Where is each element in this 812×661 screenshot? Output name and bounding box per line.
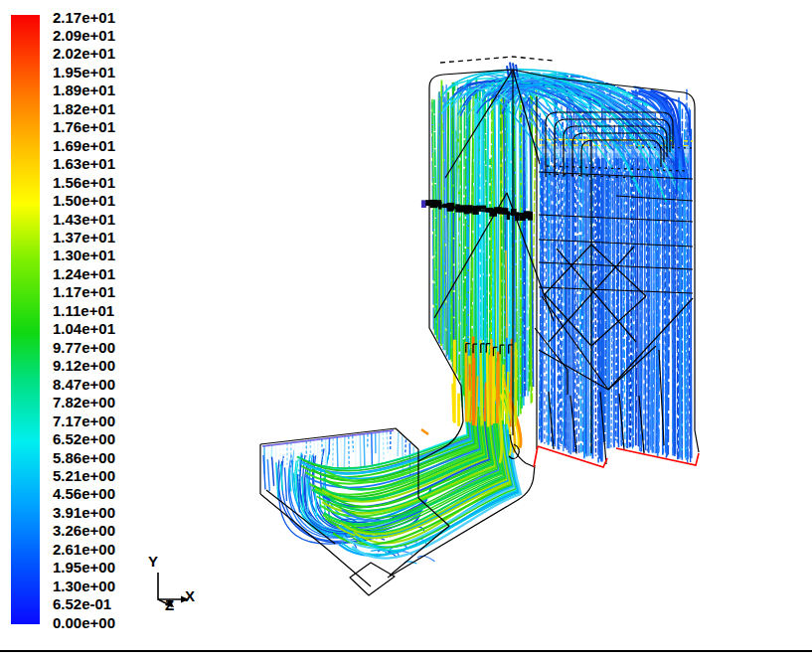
- colorbar-tick: 2.09e+01: [53, 27, 115, 45]
- colorbar-tick: 7.17e+00: [53, 413, 115, 430]
- colorbar-tick: 3.26e+00: [53, 522, 115, 540]
- colorbar-tick: 3.91e+00: [53, 504, 115, 522]
- axis-label-y: Y: [148, 553, 158, 570]
- colorbar-tick: 1.24e+01: [53, 265, 115, 283]
- colorbar-tick: 5.86e+00: [53, 449, 115, 467]
- colorbar-tick: 1.30e+01: [53, 247, 115, 264]
- colorbar-tick: 1.95e+00: [53, 559, 115, 577]
- colorbar-tick: 1.17e+01: [53, 283, 115, 301]
- colorbar-tick: 1.63e+01: [53, 155, 115, 173]
- colorbar-tick: 9.12e+00: [53, 357, 115, 375]
- fluent-graphics-window: 2.17e+012.09e+012.02e+011.95e+011.89e+01…: [0, 0, 812, 661]
- colorbar-tick: 0.00e+00: [53, 614, 115, 632]
- furnace-streamlines: [432, 78, 537, 424]
- colorbar-tick: 2.02e+01: [53, 45, 115, 63]
- colorbar-tick: 2.61e+00: [53, 541, 115, 559]
- colorbar-tick: 4.56e+00: [53, 485, 115, 503]
- colorbar-tick: 9.77e+00: [53, 339, 115, 357]
- colorbar-tick: 1.76e+01: [53, 118, 115, 136]
- colorbar-tick: 1.30e+00: [53, 578, 115, 595]
- colorbar-tick: 2.17e+01: [53, 9, 115, 27]
- colorbar-tick: 1.95e+01: [53, 64, 115, 82]
- colorbar-tick: 8.47e+00: [53, 376, 115, 394]
- colorbar-tick: 6.52e+00: [53, 430, 115, 448]
- colorbar-tick: 6.52e-01: [53, 595, 111, 613]
- caption-divider-line: [0, 650, 812, 652]
- colorbar-tick: 1.69e+01: [53, 137, 115, 155]
- colorbar-tick: 1.11e+01: [53, 302, 114, 320]
- colorbar-tick: 1.04e+01: [53, 320, 115, 338]
- colorbar-tick: 7.82e+00: [53, 394, 115, 412]
- colorbar-tick: 5.21e+00: [53, 467, 115, 485]
- colorbar-tick: 1.43e+01: [53, 211, 115, 229]
- axis-label-x: X: [185, 587, 195, 604]
- pathlines-render-viewport[interactable]: [0, 0, 812, 661]
- colorbar-tick: 1.56e+01: [53, 174, 115, 192]
- colorbar: [11, 15, 40, 624]
- colorbar-tick: 1.37e+01: [53, 229, 115, 247]
- colorbar-tick: 1.82e+01: [53, 100, 115, 118]
- colorbar-tick: 1.50e+01: [53, 192, 115, 210]
- axis-label-z: Z: [165, 596, 174, 613]
- colorbar-tick: 1.89e+01: [53, 82, 115, 99]
